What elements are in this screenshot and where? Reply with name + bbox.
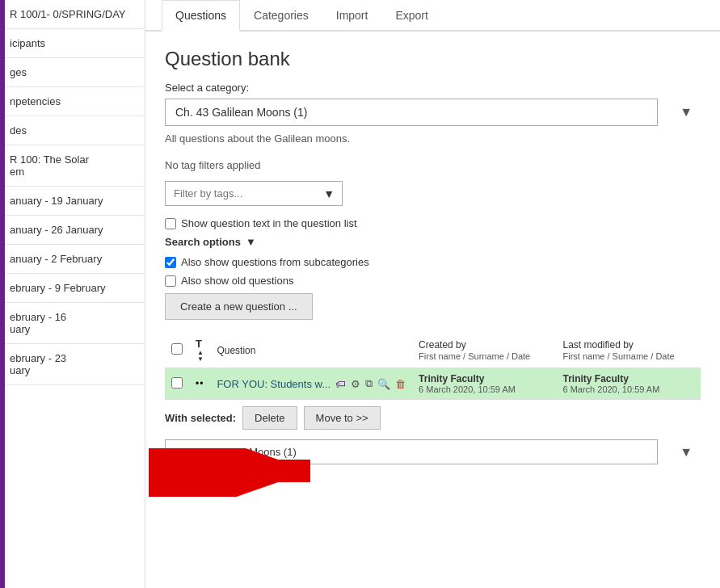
sidebar-item-1[interactable]: icipants: [0, 29, 145, 58]
sidebar-item-6[interactable]: anuary - 19 January: [0, 187, 145, 216]
row-modified-cell: Trinity Faculty 6 March 2020, 10:59 AM: [556, 368, 701, 400]
th-question-label: Question: [210, 333, 412, 368]
row-icons-cell: ••: [189, 368, 210, 400]
tab-import[interactable]: Import: [322, 0, 382, 32]
table-row: •• FOR YOU: Students w... 🏷 ⚙ ⧉ 🔍 🗑: [165, 368, 701, 400]
sidebar-item-4[interactable]: des: [0, 116, 145, 145]
sidebar-item-7[interactable]: anuary - 26 January: [0, 216, 145, 245]
move-to-button[interactable]: Move to >>: [304, 406, 381, 430]
sidebar-item-label-2: ges: [10, 66, 27, 78]
sidebar-item-label-1: icipants: [10, 37, 45, 49]
create-new-question-button[interactable]: Create a new question ...: [165, 293, 313, 320]
main-content: Questions Categories Import Export Quest…: [145, 0, 720, 588]
preview-icon[interactable]: 🔍: [377, 378, 390, 390]
row-icon-group: ••: [196, 378, 204, 389]
sort-icon: ▲▼: [197, 350, 204, 363]
created-by: Trinity Faculty: [419, 373, 549, 384]
with-selected-label: With selected:: [165, 412, 236, 424]
th-checkbox: [165, 333, 189, 368]
dots-icon: ••: [196, 378, 204, 389]
sidebar-item-5[interactable]: R 100: The Solarem: [0, 145, 145, 187]
also-subcategories-row: Also show questions from subcategories: [165, 256, 701, 268]
sidebar-accent: [0, 0, 5, 588]
question-name[interactable]: FOR YOU: Students w...: [217, 378, 331, 390]
sidebar-item-label-10: ebruary - 16uary: [10, 311, 66, 335]
bottom-select-wrapper: Ch. 43 Galilean Moons (1) ▼: [165, 439, 701, 464]
sidebar-item-label-6: anuary - 19 January: [10, 195, 103, 207]
sidebar-item-label-0: R 100/1- 0/SPRING/DAY: [10, 8, 126, 20]
sidebar-item-label-7: anuary - 26 January: [10, 224, 103, 236]
show-question-text-row: Show question text in the question list: [165, 217, 701, 229]
sidebar-item-label-4: des: [10, 124, 27, 136]
th-modified: Last modified by First name / Surname / …: [556, 333, 701, 368]
bottom-select-arrow-icon: ▼: [680, 445, 693, 460]
tabs-bar: Questions Categories Import Export: [145, 0, 720, 32]
question-name-row: FOR YOU: Students w... 🏷 ⚙ ⧉ 🔍 🗑: [217, 377, 406, 390]
created-date: 6 March 2020, 10:59 AM: [419, 384, 549, 394]
show-question-text-checkbox[interactable]: [165, 218, 176, 229]
sidebar-item-2[interactable]: ges: [0, 58, 145, 87]
sidebar-item-11[interactable]: ebruary - 23uary: [0, 344, 145, 385]
also-old-questions-label: Also show old questions: [181, 275, 293, 287]
tag-icon[interactable]: 🏷: [335, 378, 346, 390]
with-selected-row: With selected: Delete Move to >>: [165, 400, 701, 436]
sidebar: R 100/1- 0/SPRING/DAY icipants ges npete…: [0, 0, 145, 588]
search-options-label: Search options: [165, 236, 241, 248]
copy-icon[interactable]: ⧉: [365, 377, 373, 390]
row-created-cell: Trinity Faculty 6 March 2020, 10:59 AM: [412, 368, 556, 400]
filter-tags-input[interactable]: [165, 181, 343, 206]
gear-icon[interactable]: ⚙: [351, 378, 360, 390]
tab-categories[interactable]: Categories: [240, 0, 322, 32]
tab-questions[interactable]: Questions: [162, 0, 240, 32]
sidebar-item-10[interactable]: ebruary - 16uary: [0, 303, 145, 344]
sidebar-item-8[interactable]: anuary - 2 February: [0, 245, 145, 274]
show-question-text-label: Show question text in the question list: [181, 217, 357, 229]
modified-date: 6 March 2020, 10:59 AM: [562, 384, 694, 394]
row-checkbox-cell: [165, 368, 189, 400]
tag-filter-note: No tag filters applied: [165, 156, 701, 174]
table-header: T ▲▼ Question Created by First name / Su…: [165, 333, 701, 368]
search-options-expand-icon: ▼: [246, 236, 256, 248]
sidebar-item-9[interactable]: ebruary - 9 February: [0, 274, 145, 303]
sidebar-item-0[interactable]: R 100/1- 0/SPRING/DAY: [0, 0, 145, 29]
category-select-arrow-icon: ▼: [680, 105, 693, 120]
sidebar-item-3[interactable]: npetencies: [0, 87, 145, 116]
also-old-questions-row: Also show old questions: [165, 275, 701, 287]
bottom-category-select[interactable]: Ch. 43 Galilean Moons (1): [165, 439, 658, 464]
select-all-checkbox[interactable]: [171, 343, 183, 355]
questions-table: T ▲▼ Question Created by First name / Su…: [165, 333, 701, 400]
sidebar-item-label-5: R 100: The Solarem: [10, 153, 89, 178]
also-subcategories-label: Also show questions from subcategories: [181, 256, 369, 268]
also-old-questions-checkbox[interactable]: [165, 275, 176, 287]
th-created: Created by First name / Surname / Date: [412, 333, 556, 368]
row-checkbox[interactable]: [171, 377, 183, 388]
search-options-row[interactable]: Search options ▼: [165, 236, 701, 248]
also-subcategories-checkbox[interactable]: [165, 257, 176, 268]
filter-tags-wrapper: ▼: [165, 181, 343, 206]
page-title: Question bank: [165, 48, 701, 70]
category-description: All questions about the Galilean moons.: [165, 132, 701, 145]
sidebar-item-label-9: ebruary - 9 February: [10, 282, 106, 294]
type-icon: T: [196, 338, 202, 350]
th-type: T ▲▼: [189, 333, 210, 368]
row-question-cell: FOR YOU: Students w... 🏷 ⚙ ⧉ 🔍 🗑: [210, 368, 412, 400]
sidebar-item-label-3: npetencies: [10, 95, 61, 107]
modified-by: Trinity Faculty: [562, 373, 694, 384]
category-label: Select a category:: [165, 82, 701, 94]
delete-icon[interactable]: 🗑: [395, 378, 406, 390]
sidebar-item-label-8: anuary - 2 February: [10, 253, 102, 265]
category-select[interactable]: Ch. 43 Galilean Moons (1): [165, 99, 658, 126]
category-select-wrapper: Ch. 43 Galilean Moons (1) ▼: [165, 99, 701, 126]
tab-export[interactable]: Export: [381, 0, 441, 32]
sidebar-item-label-11: ebruary - 23uary: [10, 352, 66, 376]
content-area: Question bank Select a category: Ch. 43 …: [145, 32, 720, 481]
delete-selected-button[interactable]: Delete: [242, 406, 297, 430]
